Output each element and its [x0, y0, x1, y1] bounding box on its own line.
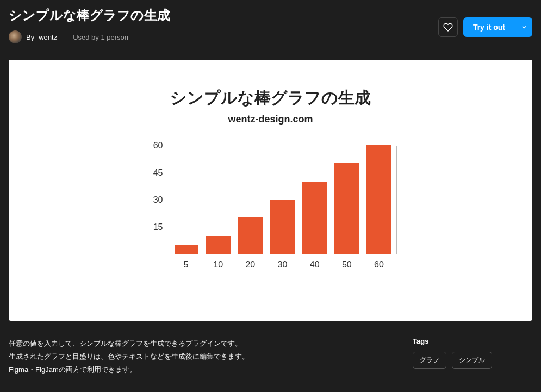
- description: 任意の値を入力して、シンプルな棒グラフを生成できるプラグインです。 生成されたグ…: [9, 337, 249, 376]
- bar: [366, 145, 391, 254]
- y-tick: 60: [145, 141, 163, 169]
- bar: [238, 217, 263, 254]
- action-row: Try it out: [438, 17, 532, 37]
- chart: 60 45 30 15 5102030405060: [145, 146, 397, 270]
- x-tick: 40: [302, 260, 327, 270]
- bar: [270, 200, 295, 254]
- tag-list: グラフシンプル: [413, 352, 532, 369]
- by-label: By: [26, 33, 34, 41]
- page-header: シンプルな棒グラフの生成 By wentz Used by 1 person T…: [9, 0, 532, 43]
- y-tick: 45: [145, 169, 163, 196]
- x-tick: 60: [366, 260, 391, 270]
- meta-separator: [65, 33, 65, 41]
- preview-card: シンプルな棒グラフの生成 wentz-design.com 60 45 30 1…: [9, 60, 532, 321]
- bar: [175, 245, 199, 254]
- avatar: [9, 30, 22, 43]
- x-tick: 5: [174, 260, 198, 270]
- chart-title: シンプルな棒グラフの生成: [170, 87, 371, 109]
- usage-count: Used by 1 person: [73, 33, 128, 41]
- x-tick: 20: [238, 260, 263, 270]
- chart-subtitle: wentz-design.com: [228, 114, 313, 125]
- meta-row: By wentz Used by 1 person: [9, 30, 170, 43]
- try-it-out-label: Try it out: [463, 17, 515, 37]
- bar: [302, 182, 327, 254]
- x-tick: 50: [334, 260, 359, 270]
- try-it-out-dropdown[interactable]: [515, 17, 532, 37]
- tag[interactable]: グラフ: [413, 352, 446, 369]
- try-it-out-button[interactable]: Try it out: [463, 17, 532, 37]
- tag[interactable]: シンプル: [452, 352, 492, 369]
- description-line: 任意の値を入力して、シンプルな棒グラフを生成できるプラグインです。: [9, 337, 249, 350]
- description-line: 生成されたグラフと目盛りは、色やテキストなどを生成後に編集できます。: [9, 350, 249, 363]
- x-tick: 30: [270, 260, 295, 270]
- x-axis: 5102030405060: [169, 260, 397, 270]
- bar: [206, 236, 231, 254]
- y-tick: 30: [145, 196, 163, 223]
- y-tick: 15: [145, 223, 163, 250]
- bar: [334, 163, 359, 254]
- x-tick: 10: [206, 260, 231, 270]
- favorite-button[interactable]: [438, 17, 458, 37]
- description-line: Figma・FigJamの両方で利用できます。: [9, 363, 249, 376]
- heart-icon: [443, 22, 453, 32]
- tags-heading: Tags: [413, 337, 532, 345]
- page-title: シンプルな棒グラフの生成: [9, 7, 170, 24]
- chevron-down-icon: [521, 24, 527, 30]
- y-axis: 60 45 30 15: [145, 146, 169, 250]
- lower-section: 任意の値を入力して、シンプルな棒グラフを生成できるプラグインです。 生成されたグ…: [9, 337, 532, 376]
- author-name: wentz: [39, 33, 57, 41]
- plot-area: [169, 146, 397, 254]
- author-link[interactable]: By wentz: [9, 30, 57, 43]
- tags-block: Tags グラフシンプル: [413, 337, 532, 376]
